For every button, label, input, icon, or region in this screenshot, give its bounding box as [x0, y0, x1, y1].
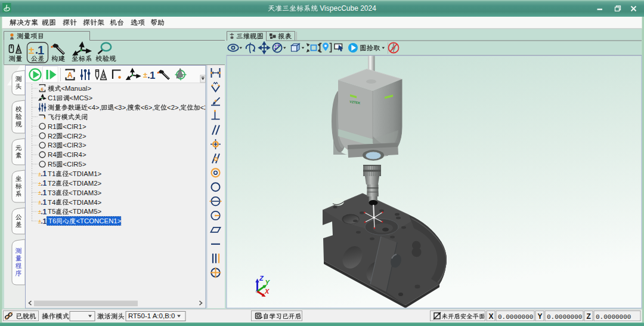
svg-text:<CIR2>: <CIR2> — [63, 133, 86, 140]
svg-text:<TCONCEN1>: <TCONCEN1> — [76, 217, 121, 224]
svg-text:T2: T2 — [48, 180, 55, 187]
svg-text:<TDIAM4>: <TDIAM4> — [69, 199, 101, 206]
svg-text:<3>,: <3>, — [114, 104, 128, 111]
svg-text:<TDIAM1>: <TDIAM1> — [69, 170, 101, 177]
svg-text:R2: R2 — [48, 133, 57, 140]
svg-text:<CIR3>: <CIR3> — [63, 142, 86, 149]
svg-text:0.0000000: 0.0000000 — [596, 313, 631, 321]
svg-text:1: 1 — [43, 208, 47, 216]
svg-text:A: A — [67, 71, 73, 79]
svg-text:±: ± — [143, 70, 147, 79]
svg-text:1: 1 — [43, 170, 47, 178]
svg-text:R5: R5 — [48, 161, 57, 168]
svg-text:±: ± — [38, 180, 41, 187]
svg-text:<4>,: <4>, — [88, 104, 101, 111]
svg-text:T5: T5 — [48, 208, 55, 215]
svg-text:Z: Z — [259, 275, 264, 282]
svg-text:±: ± — [38, 189, 41, 196]
svg-text:<TDIAM5>: <TDIAM5> — [69, 208, 101, 215]
svg-text:R3: R3 — [48, 142, 57, 149]
svg-text:X: X — [264, 288, 270, 295]
svg-text:1: 1 — [150, 70, 155, 81]
svg-text:R1: R1 — [48, 123, 57, 130]
svg-text:0.0000000: 0.0000000 — [547, 313, 582, 321]
svg-text:1: 1 — [43, 198, 47, 207]
svg-text:<TDIAM3>: <TDIAM3> — [69, 189, 101, 196]
svg-text:±: ± — [38, 218, 41, 224]
svg-text:VispecCube 2024: VispecCube 2024 — [318, 4, 376, 13]
svg-text:<CIR4>: <CIR4> — [63, 151, 86, 158]
svg-text:<2>,: <2>, — [167, 104, 181, 111]
svg-text:<CIR5>: <CIR5> — [63, 161, 86, 168]
svg-text:T4: T4 — [48, 199, 55, 206]
svg-text:Y: Y — [538, 312, 543, 321]
svg-text:Z: Z — [587, 312, 591, 321]
svg-text:±: ± — [38, 208, 41, 215]
svg-text:±: ± — [38, 171, 41, 177]
svg-text:6: 6 — [41, 87, 44, 92]
svg-text:<6>,: <6>, — [141, 104, 154, 111]
svg-text:T1: T1 — [48, 170, 55, 177]
svg-text:<Manual>: <Manual> — [61, 85, 91, 92]
svg-text:<TDIAM2>: <TDIAM2> — [69, 180, 101, 187]
svg-text:R4: R4 — [48, 151, 57, 158]
svg-text:1: 1 — [43, 179, 47, 187]
svg-text:T3: T3 — [48, 189, 55, 196]
svg-text:1: 1 — [43, 189, 47, 197]
svg-text:<CIR1>: <CIR1> — [63, 123, 86, 130]
svg-text:0.0000000: 0.0000000 — [498, 313, 533, 321]
svg-text:±: ± — [29, 45, 34, 56]
svg-text:X: X — [489, 312, 494, 321]
svg-text:C1: C1 — [48, 94, 57, 102]
svg-text:1: 1 — [38, 44, 44, 57]
svg-text:<MCS>: <MCS> — [70, 94, 93, 102]
svg-text:1: 1 — [43, 217, 47, 226]
svg-text:RT50-1 A:0,B:0: RT50-1 A:0,B:0 — [128, 312, 175, 319]
svg-text:±: ± — [38, 199, 41, 205]
svg-text:T6: T6 — [48, 217, 56, 224]
